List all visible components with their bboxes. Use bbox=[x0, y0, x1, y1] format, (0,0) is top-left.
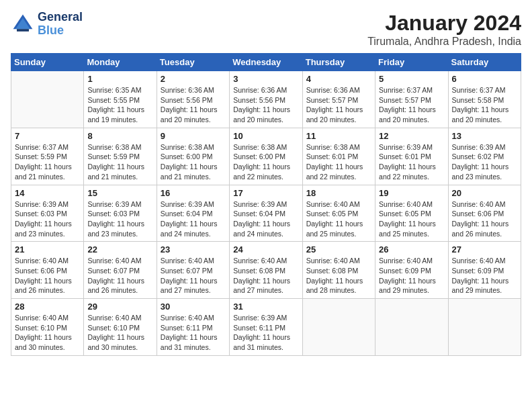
calendar-cell bbox=[448, 299, 521, 356]
day-info: Sunrise: 6:37 AMSunset: 5:59 PMDaylight:… bbox=[15, 142, 80, 182]
day-number: 27 bbox=[452, 244, 517, 255]
calendar-cell: 15Sunrise: 6:39 AMSunset: 6:03 PMDayligh… bbox=[84, 185, 157, 242]
svg-rect-2 bbox=[17, 29, 29, 32]
day-info: Sunrise: 6:40 AMSunset: 6:09 PMDaylight:… bbox=[452, 256, 517, 295]
calendar-cell: 28Sunrise: 6:40 AMSunset: 6:10 PMDayligh… bbox=[11, 299, 84, 356]
calendar-header-saturday: Saturday bbox=[448, 54, 521, 71]
calendar-cell: 3Sunrise: 6:36 AMSunset: 5:56 PMDaylight… bbox=[230, 71, 302, 128]
calendar-cell: 20Sunrise: 6:40 AMSunset: 6:06 PMDayligh… bbox=[448, 185, 521, 242]
day-number: 14 bbox=[15, 188, 80, 198]
day-number: 13 bbox=[452, 131, 517, 141]
calendar-cell: 9Sunrise: 6:38 AMSunset: 6:00 PMDaylight… bbox=[157, 128, 229, 185]
day-info: Sunrise: 6:37 AMSunset: 5:58 PMDaylight:… bbox=[452, 85, 517, 125]
calendar-cell: 22Sunrise: 6:40 AMSunset: 6:07 PMDayligh… bbox=[84, 242, 157, 299]
logo-icon bbox=[11, 12, 35, 36]
day-info: Sunrise: 6:39 AMSunset: 6:04 PMDaylight:… bbox=[233, 199, 298, 239]
calendar-header-tuesday: Tuesday bbox=[157, 54, 229, 71]
day-info: Sunrise: 6:38 AMSunset: 6:00 PMDaylight:… bbox=[233, 142, 298, 182]
day-info: Sunrise: 6:40 AMSunset: 6:10 PMDaylight:… bbox=[87, 313, 152, 353]
day-number: 28 bbox=[15, 302, 80, 312]
day-info: Sunrise: 6:39 AMSunset: 6:03 PMDaylight:… bbox=[15, 199, 80, 239]
calendar-cell: 1Sunrise: 6:35 AMSunset: 5:55 PMDaylight… bbox=[84, 71, 157, 128]
logo: General Blue bbox=[11, 11, 83, 38]
day-number: 3 bbox=[233, 74, 298, 84]
page-header: General Blue January 2024 Tirumala, Andh… bbox=[11, 11, 521, 48]
calendar-table: SundayMondayTuesdayWednesdayThursdayFrid… bbox=[11, 53, 521, 356]
calendar-cell: 26Sunrise: 6:40 AMSunset: 6:09 PMDayligh… bbox=[375, 242, 448, 299]
calendar-cell: 29Sunrise: 6:40 AMSunset: 6:10 PMDayligh… bbox=[84, 299, 157, 356]
day-number: 17 bbox=[233, 188, 298, 198]
day-info: Sunrise: 6:40 AMSunset: 6:08 PMDaylight:… bbox=[306, 256, 371, 295]
day-info: Sunrise: 6:37 AMSunset: 5:57 PMDaylight:… bbox=[379, 85, 444, 125]
calendar-cell: 2Sunrise: 6:36 AMSunset: 5:56 PMDaylight… bbox=[157, 71, 229, 128]
day-number: 6 bbox=[452, 74, 517, 84]
day-number: 8 bbox=[87, 131, 152, 141]
day-info: Sunrise: 6:40 AMSunset: 6:05 PMDaylight:… bbox=[379, 199, 444, 239]
day-number: 23 bbox=[161, 244, 226, 255]
day-info: Sunrise: 6:40 AMSunset: 6:10 PMDaylight:… bbox=[15, 313, 80, 353]
day-info: Sunrise: 6:36 AMSunset: 5:56 PMDaylight:… bbox=[161, 85, 226, 125]
calendar-week-row: 7Sunrise: 6:37 AMSunset: 5:59 PMDaylight… bbox=[11, 128, 521, 185]
day-info: Sunrise: 6:39 AMSunset: 6:03 PMDaylight:… bbox=[87, 199, 152, 239]
calendar-cell bbox=[302, 299, 375, 356]
day-number: 11 bbox=[306, 131, 371, 141]
calendar-cell: 19Sunrise: 6:40 AMSunset: 6:05 PMDayligh… bbox=[375, 185, 448, 242]
day-info: Sunrise: 6:40 AMSunset: 6:07 PMDaylight:… bbox=[161, 256, 226, 295]
day-info: Sunrise: 6:36 AMSunset: 5:57 PMDaylight:… bbox=[306, 85, 371, 125]
calendar-cell: 13Sunrise: 6:39 AMSunset: 6:02 PMDayligh… bbox=[448, 128, 521, 185]
title-section: January 2024 Tirumala, Andhra Pradesh, I… bbox=[367, 11, 521, 48]
day-info: Sunrise: 6:40 AMSunset: 6:11 PMDaylight:… bbox=[161, 313, 226, 353]
calendar-week-row: 14Sunrise: 6:39 AMSunset: 6:03 PMDayligh… bbox=[11, 185, 521, 242]
calendar-header-row: SundayMondayTuesdayWednesdayThursdayFrid… bbox=[11, 54, 521, 71]
day-number: 1 bbox=[87, 74, 152, 84]
day-info: Sunrise: 6:40 AMSunset: 6:08 PMDaylight:… bbox=[233, 256, 298, 295]
day-number: 10 bbox=[233, 131, 298, 141]
calendar-cell: 30Sunrise: 6:40 AMSunset: 6:11 PMDayligh… bbox=[157, 299, 229, 356]
calendar-cell: 10Sunrise: 6:38 AMSunset: 6:00 PMDayligh… bbox=[230, 128, 302, 185]
calendar-week-row: 1Sunrise: 6:35 AMSunset: 5:55 PMDaylight… bbox=[11, 71, 521, 128]
day-number: 29 bbox=[87, 302, 152, 312]
day-number: 15 bbox=[87, 188, 152, 198]
day-info: Sunrise: 6:38 AMSunset: 6:00 PMDaylight:… bbox=[161, 142, 226, 182]
calendar-cell: 23Sunrise: 6:40 AMSunset: 6:07 PMDayligh… bbox=[157, 242, 229, 299]
calendar-cell bbox=[11, 71, 84, 128]
day-number: 26 bbox=[379, 244, 444, 255]
day-info: Sunrise: 6:40 AMSunset: 6:06 PMDaylight:… bbox=[15, 256, 80, 295]
calendar-cell: 24Sunrise: 6:40 AMSunset: 6:08 PMDayligh… bbox=[230, 242, 302, 299]
calendar-cell: 16Sunrise: 6:39 AMSunset: 6:04 PMDayligh… bbox=[157, 185, 229, 242]
day-info: Sunrise: 6:40 AMSunset: 6:05 PMDaylight:… bbox=[306, 199, 371, 239]
day-number: 24 bbox=[233, 244, 298, 255]
day-info: Sunrise: 6:38 AMSunset: 5:59 PMDaylight:… bbox=[87, 142, 152, 182]
calendar-cell bbox=[375, 299, 448, 356]
day-info: Sunrise: 6:35 AMSunset: 5:55 PMDaylight:… bbox=[87, 85, 152, 125]
calendar-week-row: 21Sunrise: 6:40 AMSunset: 6:06 PMDayligh… bbox=[11, 242, 521, 299]
day-number: 25 bbox=[306, 244, 371, 255]
day-number: 31 bbox=[233, 302, 298, 312]
day-number: 5 bbox=[379, 74, 444, 84]
day-number: 9 bbox=[161, 131, 226, 141]
calendar-cell: 17Sunrise: 6:39 AMSunset: 6:04 PMDayligh… bbox=[230, 185, 302, 242]
calendar-cell: 4Sunrise: 6:36 AMSunset: 5:57 PMDaylight… bbox=[302, 71, 375, 128]
day-info: Sunrise: 6:36 AMSunset: 5:56 PMDaylight:… bbox=[233, 85, 298, 125]
calendar-header-thursday: Thursday bbox=[302, 54, 375, 71]
day-info: Sunrise: 6:40 AMSunset: 6:06 PMDaylight:… bbox=[452, 199, 517, 239]
day-number: 16 bbox=[161, 188, 226, 198]
calendar-header-friday: Friday bbox=[375, 54, 448, 71]
logo-text: General Blue bbox=[38, 11, 83, 38]
day-number: 21 bbox=[15, 244, 80, 255]
day-info: Sunrise: 6:40 AMSunset: 6:09 PMDaylight:… bbox=[379, 256, 444, 295]
calendar-header-sunday: Sunday bbox=[11, 54, 84, 71]
calendar-cell: 12Sunrise: 6:39 AMSunset: 6:01 PMDayligh… bbox=[375, 128, 448, 185]
day-number: 20 bbox=[452, 188, 517, 198]
day-number: 2 bbox=[161, 74, 226, 84]
calendar-header-monday: Monday bbox=[84, 54, 157, 71]
day-info: Sunrise: 6:40 AMSunset: 6:07 PMDaylight:… bbox=[87, 256, 152, 295]
calendar-cell: 31Sunrise: 6:39 AMSunset: 6:11 PMDayligh… bbox=[230, 299, 302, 356]
day-number: 18 bbox=[306, 188, 371, 198]
calendar-cell: 7Sunrise: 6:37 AMSunset: 5:59 PMDaylight… bbox=[11, 128, 84, 185]
day-number: 12 bbox=[379, 131, 444, 141]
calendar-cell: 6Sunrise: 6:37 AMSunset: 5:58 PMDaylight… bbox=[448, 71, 521, 128]
day-info: Sunrise: 6:38 AMSunset: 6:01 PMDaylight:… bbox=[306, 142, 371, 182]
calendar-cell: 18Sunrise: 6:40 AMSunset: 6:05 PMDayligh… bbox=[302, 185, 375, 242]
day-number: 30 bbox=[161, 302, 226, 312]
